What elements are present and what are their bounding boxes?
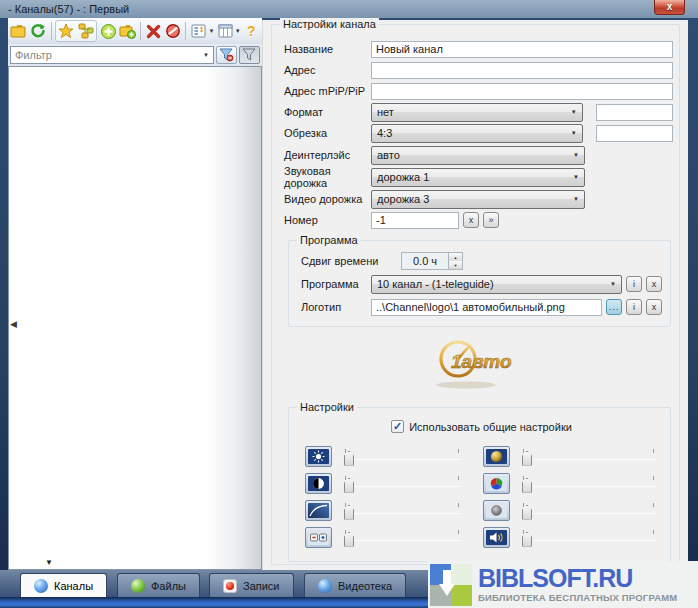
chevron-down-icon: ▼ bbox=[573, 152, 579, 158]
list-view-dropdown-arrow[interactable]: ▼ bbox=[209, 28, 215, 34]
slider-thumb[interactable] bbox=[522, 478, 532, 493]
spinner-arrows[interactable]: ▲▼ bbox=[448, 253, 462, 269]
name-input[interactable]: Новый канал bbox=[371, 41, 673, 58]
slider-thumb[interactable] bbox=[344, 451, 354, 466]
number-row: Номер -1 x » bbox=[284, 210, 673, 230]
address-input[interactable] bbox=[371, 62, 673, 79]
reset-slider[interactable] bbox=[341, 527, 463, 549]
program-info-button[interactable]: i bbox=[626, 276, 642, 292]
close-button[interactable]: x bbox=[654, 0, 685, 15]
logo-info-button[interactable]: i bbox=[626, 299, 642, 315]
number-next-button[interactable]: » bbox=[483, 212, 499, 228]
columns-dropdown-arrow[interactable]: ▼ bbox=[235, 28, 241, 34]
chevron-down-icon: ▼ bbox=[573, 174, 579, 180]
block-icon[interactable] bbox=[164, 21, 181, 41]
watermark-title: BIBLSOFT.RU bbox=[478, 566, 677, 591]
tab-label: Каналы bbox=[54, 580, 93, 592]
add-channel-icon[interactable] bbox=[99, 21, 116, 41]
logo-browse-button[interactable]: ... bbox=[606, 299, 622, 315]
brightness-button[interactable] bbox=[305, 446, 332, 467]
contrast-button[interactable] bbox=[305, 473, 332, 494]
columns-icon[interactable] bbox=[217, 21, 234, 41]
channel-list[interactable]: ◀ ▼ bbox=[8, 66, 262, 570]
scroll-down-icon[interactable]: ▼ bbox=[45, 558, 53, 567]
channel-logo-preview: 1авто bbox=[284, 335, 673, 393]
deinterlace-select[interactable]: авто ▼ bbox=[371, 146, 585, 165]
format-extra-input[interactable] bbox=[596, 104, 673, 121]
volume-slider[interactable] bbox=[519, 527, 658, 549]
balance-button[interactable] bbox=[483, 500, 510, 521]
checkbox-checked-icon[interactable]: ✓ bbox=[391, 420, 404, 433]
time-shift-spinner[interactable]: 0.0 ч ▲▼ bbox=[401, 252, 463, 270]
number-clear-button[interactable]: x bbox=[463, 212, 479, 228]
settings-group: Настройки ✓ Использовать общие настройки bbox=[288, 407, 671, 562]
favorites-star-icon[interactable] bbox=[56, 21, 76, 41]
program-select[interactable]: 10 канал - (1-teleguide) ▼ bbox=[371, 275, 622, 294]
program-clear-button[interactable]: x bbox=[646, 276, 662, 292]
chevron-down-icon: ▼ bbox=[571, 109, 577, 115]
saturation-button[interactable] bbox=[483, 473, 510, 494]
saturation-slider[interactable] bbox=[519, 473, 658, 495]
slider-thumb[interactable] bbox=[344, 505, 354, 520]
address-pip-input[interactable] bbox=[371, 83, 673, 100]
logo-clear-button[interactable]: x bbox=[646, 299, 662, 315]
deinterlace-row: Деинтерлэйс авто ▼ bbox=[284, 145, 673, 165]
hue-slider[interactable] bbox=[519, 446, 658, 468]
tab-records[interactable]: Записи bbox=[209, 573, 294, 597]
slider-thumb[interactable] bbox=[344, 532, 354, 547]
contrast-slider[interactable] bbox=[341, 473, 463, 495]
number-label: Номер bbox=[284, 214, 371, 226]
tab-files[interactable]: Файлы bbox=[117, 573, 200, 597]
channel-settings-group: Настройки канала Название Новый канал Ад… bbox=[271, 24, 680, 565]
logo-path-input[interactable]: ..\Channel\logo\1 автомобильный.png bbox=[371, 299, 602, 316]
time-shift-label: Сдвиг времени bbox=[301, 255, 401, 267]
spin-down-icon: ▼ bbox=[449, 261, 462, 269]
clear-filter-button[interactable] bbox=[216, 46, 237, 64]
balance-slider[interactable] bbox=[519, 500, 658, 522]
refresh-icon[interactable] bbox=[29, 21, 46, 41]
filter-input[interactable]: Фильтр ▼ bbox=[10, 46, 214, 64]
video-track-select[interactable]: дорожка 3 ▼ bbox=[371, 190, 585, 209]
crop-extra-input[interactable] bbox=[596, 125, 673, 142]
chevron-down-icon[interactable]: ▼ bbox=[203, 52, 209, 58]
tree-view-icon[interactable] bbox=[76, 21, 96, 41]
volume-button[interactable] bbox=[483, 527, 510, 548]
slider-thumb[interactable] bbox=[522, 451, 532, 466]
program-row: Программа 10 канал - (1-teleguide) ▼ i x bbox=[301, 274, 662, 294]
number-input[interactable]: -1 bbox=[371, 212, 459, 229]
format-select[interactable]: нет ▼ bbox=[371, 103, 583, 122]
apply-filter-button[interactable] bbox=[239, 46, 260, 64]
channel-logo-image: 1авто bbox=[424, 335, 534, 391]
toolbar-separator bbox=[185, 22, 186, 40]
gamma-button[interactable] bbox=[305, 500, 332, 521]
files-icon bbox=[131, 579, 145, 593]
add-folder-icon[interactable] bbox=[119, 21, 136, 41]
crop-select[interactable]: 4:3 ▼ bbox=[371, 124, 583, 143]
biblsoft-logo-icon bbox=[430, 564, 472, 606]
brightness-slider[interactable] bbox=[341, 446, 463, 468]
delete-icon[interactable] bbox=[145, 21, 162, 41]
tab-library[interactable]: Видеотека bbox=[304, 573, 406, 597]
biblsoft-watermark: BIBLSOFT.RU БИБЛИОТЕКА БЕСПЛАТНЫХ ПРОГРА… bbox=[428, 561, 698, 608]
audio-track-select[interactable]: дорожка 1 ▼ bbox=[371, 168, 585, 187]
slider-thumb[interactable] bbox=[344, 478, 354, 493]
hue-button[interactable] bbox=[483, 446, 510, 467]
channel-settings-panel: Настройки канала Название Новый канал Ад… bbox=[262, 20, 688, 570]
open-folder-icon[interactable] bbox=[10, 21, 27, 41]
gamma-slider[interactable] bbox=[341, 500, 463, 522]
collapse-arrow-icon[interactable]: ◀ bbox=[10, 319, 17, 329]
slider-thumb[interactable] bbox=[522, 505, 532, 520]
slider-thumb[interactable] bbox=[522, 532, 532, 547]
reset-button[interactable] bbox=[305, 527, 332, 548]
hue-icon bbox=[486, 449, 507, 464]
list-view-icon[interactable] bbox=[190, 21, 207, 41]
settings-group-title: Настройки bbox=[297, 401, 357, 413]
chevron-down-icon: ▼ bbox=[573, 196, 579, 202]
spin-up-icon: ▲ bbox=[449, 253, 462, 261]
chevron-down-icon: ▼ bbox=[610, 281, 616, 287]
tab-channels[interactable]: Каналы bbox=[20, 573, 107, 597]
program-label: Программа bbox=[301, 278, 371, 290]
help-icon[interactable]: ? bbox=[243, 21, 260, 41]
video-track-row: Видео дорожка дорожка 3 ▼ bbox=[284, 189, 673, 209]
audio-track-label: Звуковая дорожка bbox=[284, 165, 371, 189]
